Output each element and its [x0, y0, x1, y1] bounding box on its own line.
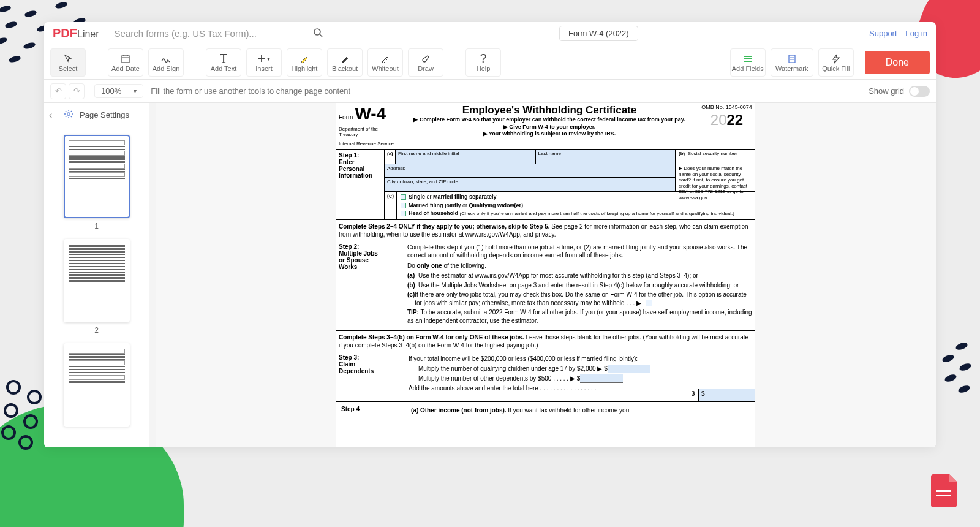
search-box[interactable]: [108, 25, 328, 43]
main: ‹ Page Settings 1 2: [44, 103, 936, 447]
bg-decoration-dots-r: [937, 337, 974, 411]
step2c-checkbox[interactable]: [646, 300, 652, 306]
svg-rect-1: [936, 495, 951, 496]
done-button[interactable]: Done: [865, 51, 930, 74]
page-thumbnail-3[interactable]: [64, 343, 130, 427]
hint-text: Fill the form or use another tools to ch…: [151, 86, 350, 96]
step4: Step 4 (a) Other income (not from jobs).…: [336, 402, 755, 419]
step3-total-field[interactable]: $: [698, 389, 755, 401]
blackout-icon: [340, 53, 350, 65]
topbar: PDFLiner Form W-4 (2022) Support Log in: [44, 22, 936, 45]
filing-single-checkbox[interactable]: [401, 194, 406, 200]
page-thumbnail-2[interactable]: [64, 239, 130, 322]
grid-toggle-wrap: Show grid: [869, 86, 930, 97]
address-field[interactable]: Address: [385, 164, 676, 178]
watermark-icon: [787, 53, 797, 65]
whiteout-tool[interactable]: Whiteout: [368, 48, 403, 77]
help-tool[interactable]: ?Help: [466, 48, 501, 77]
filing-joint-checkbox[interactable]: [401, 203, 406, 208]
chevron-down-icon: ▾: [134, 88, 137, 94]
search-input[interactable]: [115, 28, 322, 39]
pdf-icon: [925, 472, 962, 509]
back-button[interactable]: ‹: [49, 110, 52, 121]
select-tool[interactable]: Select: [50, 48, 86, 77]
svg-point-14: [67, 113, 70, 115]
signature-icon: [160, 53, 172, 65]
step3: Step 3:ClaimDependents If your total inc…: [336, 352, 755, 402]
search-icon[interactable]: [313, 28, 323, 40]
instructions-1: Complete Steps 2–4 ONLY if they apply to…: [336, 220, 755, 241]
sidebar: ‹ Page Settings 1 2: [44, 103, 149, 447]
svg-rect-0: [936, 490, 951, 492]
svg-rect-11: [789, 55, 795, 63]
logo[interactable]: PDFLiner: [53, 26, 99, 40]
gear-icon: [64, 109, 74, 121]
children-amount-field[interactable]: [608, 365, 650, 373]
step2: Step 2:Multiple Jobsor SpouseWorks Compl…: [336, 241, 755, 332]
brush-icon: [421, 53, 431, 65]
toolbar: Select Add Date Add Sign TAdd Text +▾Ins…: [44, 45, 936, 80]
undo-button[interactable]: ↶: [50, 83, 66, 99]
page-thumbnail-1[interactable]: [64, 135, 130, 218]
form-title: Employee's Withholding Certificate: [406, 104, 693, 116]
add-text-tool[interactable]: TAdd Text: [206, 48, 241, 77]
canvas[interactable]: Form W-4 Department of the Treasury Inte…: [156, 103, 936, 447]
lightning-icon: [832, 53, 840, 65]
blackout-tool[interactable]: Blackout: [327, 48, 363, 77]
first-name-field[interactable]: First name and middle initial: [396, 150, 536, 164]
secondbar: ↶ ↷ 100%▾ Fill the form or use another t…: [44, 80, 936, 103]
thumb-num-1: 1: [44, 222, 149, 230]
instructions-2: Complete Steps 3–4(b) on Form W-4 for on…: [336, 331, 755, 352]
highlight-tool[interactable]: Highlight: [287, 48, 322, 77]
login-link[interactable]: Log in: [906, 29, 927, 38]
svg-line-3: [320, 34, 322, 37]
sidebar-scrollbar[interactable]: [149, 103, 156, 447]
insert-tool[interactable]: +▾Insert: [246, 48, 282, 77]
fields-icon: [742, 53, 753, 65]
app-window: PDFLiner Form W-4 (2022) Support Log in …: [44, 22, 936, 447]
cursor-icon: [63, 53, 73, 65]
city-field[interactable]: City or town, state, and ZIP code: [385, 178, 676, 191]
thumb-num-2: 2: [44, 326, 149, 335]
sidebar-header: ‹ Page Settings: [44, 103, 149, 127]
plus-icon: +▾: [258, 53, 271, 65]
add-fields-tool[interactable]: Add Fields: [730, 48, 766, 77]
top-links: Support Log in: [869, 29, 927, 38]
watermark-tool[interactable]: Watermark: [771, 48, 813, 77]
thumbnails[interactable]: 1 2: [44, 127, 149, 447]
draw-tool[interactable]: Draw: [408, 48, 443, 77]
last-name-field[interactable]: Last name: [536, 150, 676, 164]
form-page: Form W-4 Department of the Treasury Inte…: [336, 103, 755, 447]
quick-fill-tool[interactable]: Quick Fill: [818, 48, 854, 77]
whiteout-icon: [380, 53, 390, 65]
add-sign-tool[interactable]: Add Sign: [148, 48, 184, 77]
filing-hoh-checkbox[interactable]: [401, 211, 406, 216]
add-date-tool[interactable]: Add Date: [108, 48, 143, 77]
text-icon: T: [220, 53, 227, 65]
highlight-icon: [300, 53, 309, 65]
calendar-icon: [121, 53, 130, 65]
redo-button[interactable]: ↷: [69, 83, 85, 99]
svg-point-2: [314, 29, 320, 35]
zoom-select[interactable]: 100%▾: [94, 84, 143, 98]
step1: Step 1:EnterPersonalInformation (a) Firs…: [336, 150, 755, 220]
doc-title: Form W-4 (2022): [559, 26, 638, 41]
svg-rect-4: [122, 56, 129, 63]
grid-toggle[interactable]: [909, 86, 930, 97]
help-icon: ?: [480, 53, 486, 65]
support-link[interactable]: Support: [869, 29, 897, 38]
form-header: Form W-4 Department of the Treasury Inte…: [336, 103, 755, 150]
dependents-amount-field[interactable]: [580, 374, 623, 383]
